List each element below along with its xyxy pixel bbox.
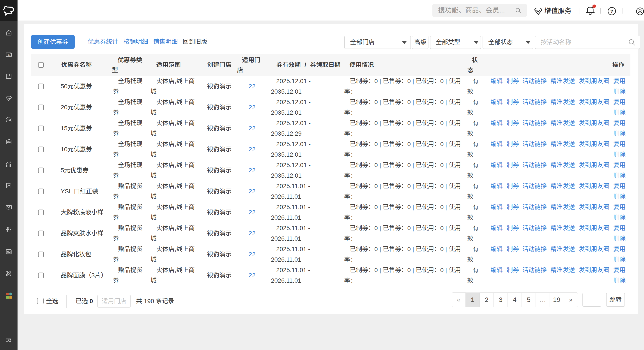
svg-text:?: ?: [610, 9, 613, 14]
svg-text:¥: ¥: [8, 53, 10, 57]
